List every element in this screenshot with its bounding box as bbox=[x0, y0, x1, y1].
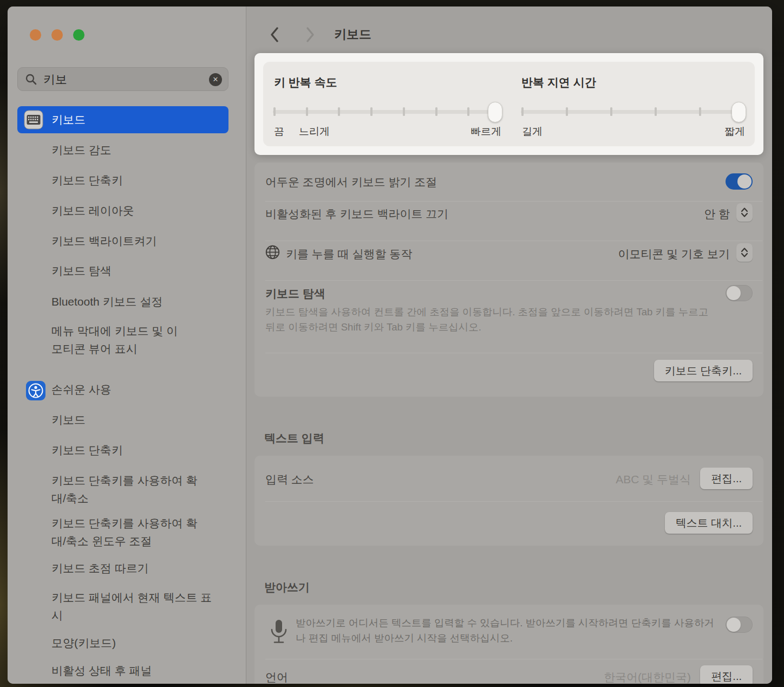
key-repeat-label: 키 반복 속도 bbox=[274, 75, 337, 90]
key-repeat-slider[interactable] bbox=[273, 102, 502, 122]
globe-key-label: 키를 누를 때 실행할 동작 bbox=[286, 247, 412, 262]
key-repeat-slider-handle[interactable] bbox=[488, 102, 502, 122]
repeat-delay-slider[interactable] bbox=[521, 102, 746, 122]
sidebar-item-menubar-viewer[interactable]: 메뉴 막대에 키보드 및 이모티콘 뷰어 표시 bbox=[51, 322, 185, 358]
sidebar-item-keyboard-layouts[interactable]: 키보드 레이아웃 bbox=[51, 203, 134, 218]
text-input-card: 입력 소스 ABC 및 두벌식 편집... 텍스트 대치... bbox=[254, 456, 763, 546]
sidebar-item-a11y-keyboard[interactable]: 키보드 bbox=[51, 412, 86, 427]
clear-search-icon[interactable]: ✕ bbox=[209, 73, 222, 86]
system-settings-window: ✕ 키보드 키보드 감도 키보드 단축키 키보드 레이아웃 키보드 백라이트켜기… bbox=[8, 7, 772, 684]
brightness-toggle[interactable] bbox=[726, 173, 753, 190]
key-repeat-card: 키 반복 속도 끔 느리게 빠르게 반복 지연 시간 bbox=[263, 62, 755, 146]
sidebar-item-keyboard-sensitivity[interactable]: 키보드 감도 bbox=[51, 142, 112, 158]
sidebar: ✕ 키보드 키보드 감도 키보드 단축키 키보드 레이아웃 키보드 백라이트켜기… bbox=[8, 7, 246, 684]
chevron-up-down-icon bbox=[741, 207, 748, 218]
accessibility-icon bbox=[26, 381, 45, 400]
globe-icon bbox=[265, 245, 280, 260]
backlight-off-value: 안 함 bbox=[704, 206, 730, 222]
minimize-window-button[interactable] bbox=[51, 29, 63, 41]
sidebar-item-a11y-zoom-window[interactable]: 키보드 단축키를 사용하여 확대/축소 윈도우 조절 bbox=[51, 514, 206, 550]
sidebar-item-accessibility[interactable]: 손쉬운 사용 bbox=[51, 382, 112, 397]
keyboard-shortcuts-button[interactable]: 키보드 단축키... bbox=[654, 360, 753, 381]
zoom-window-button[interactable] bbox=[73, 29, 84, 41]
dictation-language-edit-button[interactable]: 편집... bbox=[700, 665, 753, 684]
backlight-off-label: 비활성화된 후 키보드 백라이트 끄기 bbox=[265, 206, 448, 222]
search-input[interactable] bbox=[43, 72, 200, 88]
sidebar-item-a11y-panel-text[interactable]: 키보드 패널에서 현재 텍스트 표시 bbox=[51, 588, 220, 624]
keyboard-icon bbox=[24, 110, 43, 129]
dictation-language-value: 한국어(대한민국) bbox=[604, 670, 691, 684]
keyboard-nav-label: 키보드 탐색 bbox=[265, 286, 325, 301]
sidebar-item-a11y-shortcuts[interactable]: 키보드 단축키 bbox=[51, 443, 123, 458]
keyboard-settings-card: 어두운 조명에서 키보드 밝기 조절 비활성화된 후 키보드 백라이트 끄기 안… bbox=[254, 163, 763, 397]
sidebar-search-field[interactable]: ✕ bbox=[17, 67, 228, 91]
key-repeat-marks: 끔 느리게 빠르게 bbox=[273, 125, 502, 138]
text-replacements-button[interactable]: 텍스트 대치... bbox=[665, 512, 753, 534]
key-repeat-panel: 키 반복 속도 끔 느리게 빠르게 반복 지연 시간 bbox=[254, 53, 763, 155]
keyboard-nav-toggle[interactable] bbox=[726, 285, 753, 301]
dictation-section-title: 받아쓰기 bbox=[264, 580, 310, 595]
globe-key-stepper[interactable] bbox=[736, 243, 753, 262]
close-window-button[interactable] bbox=[30, 29, 41, 41]
sidebar-item-a11y-inactive-panel[interactable]: 비활성 상태 후 패널 bbox=[51, 663, 152, 678]
input-source-edit-button[interactable]: 편집... bbox=[700, 468, 753, 489]
content-pane: 키보드 키 반복 속도 끔 느리게 빠르게 반복 지연 bbox=[246, 7, 772, 684]
repeat-delay-label: 반복 지연 시간 bbox=[521, 75, 596, 90]
sidebar-item-bluetooth-keyboard[interactable]: Bluetooth 키보드 설정 bbox=[51, 294, 162, 309]
sidebar-item-a11y-zoom-shortcuts[interactable]: 키보드 단축키를 사용하여 확대/축소 bbox=[51, 471, 206, 507]
dictation-toggle[interactable] bbox=[726, 617, 753, 633]
backlight-off-stepper[interactable] bbox=[736, 203, 753, 222]
page-title: 키보드 bbox=[334, 26, 371, 43]
repeat-delay-slider-handle[interactable] bbox=[731, 102, 746, 122]
text-input-section-title: 텍스트 입력 bbox=[264, 431, 324, 446]
input-source-label: 입력 소스 bbox=[265, 472, 314, 487]
search-icon bbox=[25, 73, 37, 86]
chevron-up-down-icon bbox=[741, 247, 748, 258]
repeat-delay-marks: 길게 짧게 bbox=[521, 125, 746, 138]
sidebar-item-a11y-focus-follow[interactable]: 키보드 초점 따르기 bbox=[51, 561, 149, 576]
sidebar-item-keyboard[interactable]: 키보드 bbox=[17, 106, 228, 133]
brightness-label: 어두운 조명에서 키보드 밝기 조절 bbox=[265, 174, 437, 190]
microphone-icon bbox=[270, 619, 288, 645]
input-source-value: ABC 및 두벌식 bbox=[616, 472, 691, 487]
globe-key-value: 이모티콘 및 기호 보기 bbox=[618, 247, 730, 262]
forward-icon[interactable] bbox=[305, 27, 316, 43]
dictation-description: 받아쓰기로 어디서든 텍스트를 입력할 수 있습니다. 받아쓰기를 시작하려면 … bbox=[296, 615, 721, 646]
dictation-language-label: 언어 bbox=[265, 670, 288, 684]
back-icon[interactable] bbox=[269, 27, 280, 43]
window-controls bbox=[30, 29, 84, 41]
keyboard-nav-description: 키보드 탐색을 사용하여 컨트롤 간에 초점을 이동합니다. 초점을 앞으로 이… bbox=[265, 304, 715, 335]
sidebar-item-keyboard-backlight[interactable]: 키보드 백라이트켜기 bbox=[51, 234, 157, 249]
sidebar-item-a11y-appearance[interactable]: 모양(키보드) bbox=[51, 636, 116, 651]
sidebar-item-keyboard-navigation[interactable]: 키보드 탐색 bbox=[51, 263, 112, 278]
dictation-card: 받아쓰기로 어디서든 텍스트를 입력할 수 있습니다. 받아쓰기를 시작하려면 … bbox=[254, 605, 763, 684]
sidebar-item-keyboard-shortcuts[interactable]: 키보드 단축키 bbox=[51, 173, 123, 188]
sidebar-item-label: 키보드 bbox=[51, 112, 86, 127]
